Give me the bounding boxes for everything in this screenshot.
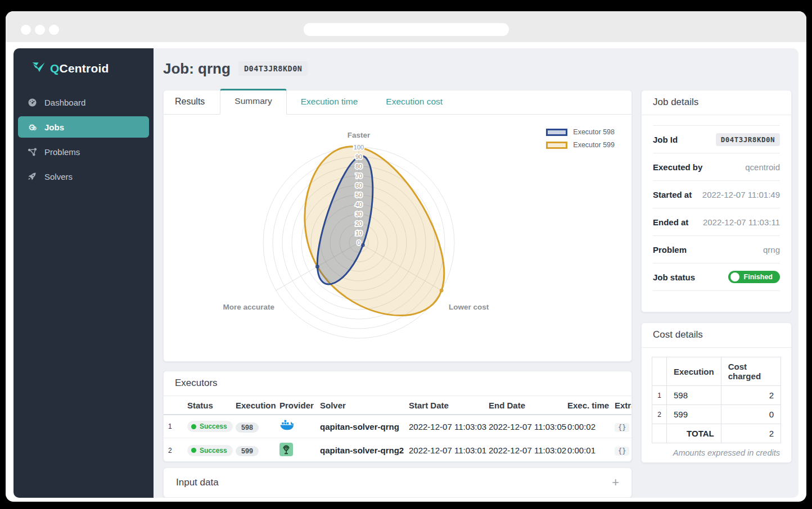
detail-label: Job Id [653,135,678,144]
window-control-dot[interactable] [21,25,31,35]
tab-execution-time[interactable]: Execution time [287,90,372,114]
start-date: 2022-12-07 11:03:01 [404,438,484,462]
legend-item[interactable]: Executor 598 [546,128,615,136]
axis-label: Lower cost [449,303,489,311]
job-detail-row: Ended at2022-12-07 11:03:11 [653,208,780,236]
tick-label: 30 [355,211,362,217]
job-detail-row: Started at2022-12-07 11:01:49 [653,181,780,208]
detail-label: Job status [653,272,695,282]
status-badge: Success [187,421,233,432]
results-card: Results Summary Execution time Execution… [163,90,632,362]
input-data-card[interactable]: Input data + [163,467,632,498]
sidebar-item-label: Solvers [44,172,73,181]
tick-label: 100 [354,144,364,151]
window-control-dot[interactable] [35,25,45,35]
tick-label: 0 [357,239,360,246]
legend-swatch [546,129,567,136]
job-detail-row: Job IdD04T3JR8KD0N [653,126,780,153]
results-section-label: Results [164,90,220,114]
detail-label: Executed by [653,162,702,172]
executors-column-header: Start Date [404,396,484,415]
app-logo: QCentroid [13,48,154,76]
cost-execution: 598 [667,386,721,405]
cost-details-body: ExecutionCost charged 1598225990TOTAL2 A… [642,348,791,457]
sidebar-item-solvers[interactable]: Solvers [18,166,149,187]
results-tabbar: Results Summary Execution time Execution… [164,90,631,115]
legend-label: Executor 598 [573,128,615,136]
row-index: 2 [652,405,667,424]
status-badge: Success [187,445,233,456]
cost-execution: 599 [667,405,721,424]
detail-value: 2022-12-07 11:03:11 [703,217,780,227]
executors-column-header: Status [183,396,231,415]
app-window: QCentroid Dashboard ⚙⚙ Jobs [13,48,799,498]
row-index: 1 [652,386,667,405]
tick-label: 70 [355,172,362,179]
status-dot-icon [730,272,739,281]
sidebar-item-problems[interactable]: Problems [18,141,149,162]
page-title: Job: qrng [163,60,231,78]
desktop-background: QCentroid Dashboard ⚙⚙ Jobs [0,0,812,509]
tab-summary[interactable]: Summary [220,89,286,115]
executor-row[interactable]: 1Success598qapitan-solver-qrng2022-12-07… [164,415,632,438]
success-dot-icon [191,424,196,429]
gears-icon: ⚙⚙ [27,122,37,132]
dashboard-gauge-icon [27,97,37,107]
cost-column-header: Cost charged [721,357,781,386]
detail-label: Problem [653,245,687,254]
axis-label: Faster [348,131,371,139]
job-details-title: Job details [642,90,791,115]
solver-name: qapitan-solver-qrng2 [315,438,404,462]
axis-label: More accurate [223,303,275,311]
logo-text: QCentroid [50,62,109,75]
status-label: Success [200,447,227,455]
browser-titlebar [6,11,806,42]
job-id-badge: D04T3JR8KD0N [716,133,780,146]
address-bar[interactable] [304,23,509,36]
row-index [652,424,667,443]
legend-swatch [546,142,567,149]
sidebar: QCentroid Dashboard ⚙⚙ Jobs [13,48,154,498]
rocket-icon [27,171,37,181]
job-detail-row: Job statusFinished [653,263,780,291]
row-index: 2 [164,438,183,462]
end-date: 2022-12-07 11:03:02 [484,438,563,462]
executors-header-row: StatusExecutionProviderSolverStart DateE… [164,396,632,415]
solver-name: qapitan-solver-qrng [315,415,404,438]
cost-column-header: Execution [667,357,721,386]
tick-label: 60 [355,182,362,189]
cost-details-title: Cost details [642,323,791,348]
job-status-badge: Finished [728,271,780,283]
success-dot-icon [191,448,196,453]
executor-row[interactable]: 2Success599qapitan-solver-qrng22022-12-0… [164,438,632,462]
execution-id-badge: 598 [236,422,259,433]
plus-icon[interactable]: + [612,475,619,490]
cost-header-row: ExecutionCost charged [652,357,781,386]
docker-whale-icon [279,424,295,433]
executors-column-header: Execution [231,396,275,415]
qapitan-green-icon [279,448,293,458]
cost-details-card: Cost details ExecutionCost charged 15982… [641,322,792,463]
execution-id-badge: 599 [236,446,259,456]
extra-json[interactable]: {} [615,423,629,432]
cost-execution: TOTAL [667,424,721,443]
row-index: 1 [164,415,183,438]
tick-label: 80 [355,163,362,170]
cost-charged: 0 [721,405,781,424]
tab-execution-cost[interactable]: Execution cost [372,90,457,114]
cost-row: 25990 [652,405,781,424]
legend-item[interactable]: Executor 599 [546,141,615,149]
sidebar-item-jobs[interactable]: ⚙⚙ Jobs [18,116,149,138]
tick-label: 50 [355,192,362,198]
job-details-card: Job details Job IdD04T3JR8KD0NExecuted b… [641,90,792,312]
extra-json[interactable]: {} [615,447,629,456]
cost-note: Amounts expressed in credits [652,443,781,457]
browser-window: QCentroid Dashboard ⚙⚙ Jobs [6,11,806,502]
exec-time: 0:00:01 [563,438,610,462]
tick-label: 40 [355,201,362,208]
sidebar-item-dashboard[interactable]: Dashboard [18,92,149,113]
detail-value: 2022-12-07 11:01:49 [702,190,780,199]
sidebar-item-label: Jobs [44,122,64,132]
window-control-dot[interactable] [49,25,59,35]
cost-total-row: TOTAL2 [652,424,781,443]
